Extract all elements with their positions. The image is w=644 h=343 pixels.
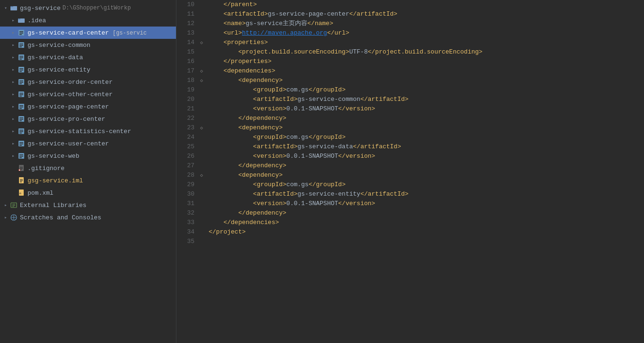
svg-rect-19 [19,71,22,72]
svg-rect-5 [19,31,23,32]
common-arrow [9,42,17,48]
fold-marker [198,95,205,104]
sidebar-item-idea[interactable]: .idea [0,14,176,27]
fold-marker[interactable] [198,123,205,133]
svg-rect-23 [19,83,22,84]
code-line: <groupId>com.gs</groupId> [209,180,644,190]
line-number: 10 [176,0,194,9]
statistics-center-label: gs-service-statistics-center [28,128,131,135]
code-line: </project> [209,227,644,237]
line-number: 34 [176,227,194,237]
code-line: <dependency> [209,76,644,85]
line-number: 33 [176,218,194,227]
fold-marker [198,218,205,227]
line-number: 11 [176,9,194,19]
sidebar-item-iml[interactable]: gsg-service.iml [0,174,176,187]
sidebar-item-statistics-center[interactable]: gs-service-statistics-center [0,125,176,137]
svg-rect-13 [19,56,23,57]
sidebar-item-card-center[interactable]: gs-service-card-center [gs-servic [0,27,176,39]
code-line: <dependency> [209,171,644,180]
svg-rect-30 [19,107,23,108]
gitignore-label: .gitignore [28,165,64,172]
line-number: 27 [176,161,194,171]
fold-marker[interactable] [198,66,205,76]
sidebar-item-scratches[interactable]: Scratches and Consoles [0,211,176,224]
sidebar-item-data[interactable]: gs-service-data [0,51,176,63]
other-arrow [9,91,17,97]
svg-rect-55 [19,177,24,183]
code-line [209,237,644,246]
code-editor: 1011121314151617181920212223242526272829… [176,0,644,343]
svg-rect-27 [19,96,22,97]
card-center-arrow [9,30,17,36]
sidebar-item-pom[interactable]: m pom.xml [0,187,176,199]
svg-rect-34 [19,119,23,120]
svg-rect-31 [19,108,22,109]
sidebar-item-user-center[interactable]: gs-service-user-center [0,137,176,150]
web-label: gs-service-web [28,153,79,160]
code-line: </properties> [209,57,644,66]
svg-rect-29 [19,105,23,106]
sidebar-item-page-center[interactable]: gs-service-page-center [0,100,176,113]
line-number: 22 [176,114,194,123]
sidebar-item-common[interactable]: gs-service-common [0,39,176,51]
pom-file-icon: m [17,190,26,196]
svg-rect-1 [10,6,13,7]
fold-marker [198,47,205,57]
code-line: </dependency> [209,208,644,218]
sidebar-item-other-center[interactable]: gs-service-other-center [0,88,176,100]
line-number: 28 [176,171,194,180]
fold-marker[interactable] [198,38,205,47]
idea-folder-icon [17,18,26,23]
stats-module-icon [17,128,26,135]
fold-marker[interactable] [198,76,205,85]
root-label: gsg-service [20,5,61,12]
line-number: 12 [176,19,194,28]
sidebar-item-order-center[interactable]: gs-service-order-center [0,76,176,88]
svg-rect-41 [19,142,23,143]
pro-center-label: gs-service-pro-center [28,116,105,123]
svg-rect-14 [19,57,23,58]
sidebar-item-gitignore[interactable]: .gitignore [0,162,176,174]
common-label: gs-service-common [28,42,91,49]
svg-rect-15 [19,59,22,60]
root-arrow [2,5,9,11]
code-line: <artifactId>gs-service-common</artifactI… [209,95,644,104]
svg-rect-21 [19,81,23,81]
sidebar-item-web[interactable]: gs-service-web [0,150,176,162]
line-number: 26 [176,152,194,161]
code-line: <artifactId>gs-service-entity</artifactI… [209,190,644,199]
svg-rect-7 [19,34,22,35]
sidebar-item-pro-center[interactable]: gs-service-pro-center [0,113,176,125]
line-number: 31 [176,199,194,208]
page-center-label: gs-service-page-center [28,103,109,110]
line-number: 13 [176,28,194,38]
pro-module-icon [17,116,26,122]
user-module-icon [17,140,26,147]
sidebar-item-external-libraries[interactable]: External Libraries [0,199,176,211]
card-center-label: gs-service-card-center [gs-servic [28,29,147,36]
code-area[interactable]: </parent> <artifactId>gs-service-page-ce… [205,0,644,343]
user-center-label: gs-service-user-center [28,140,109,147]
page-arrow [9,104,17,109]
ext-lib-label: External Libraries [20,202,86,209]
other-center-label: gs-service-other-center [28,91,112,98]
sidebar-item-entity[interactable]: gs-service-entity [0,63,176,76]
fold-marker [198,180,205,190]
svg-rect-18 [19,70,23,71]
line-number: 24 [176,133,194,142]
line-number: 17 [176,66,194,76]
tree-root[interactable]: gsg-service D:\GShopper\gitWorkp [0,2,176,14]
fold-marker [198,152,205,161]
fold-marker[interactable] [198,171,205,180]
code-line: </dependency> [209,114,644,123]
svg-rect-17 [19,68,23,69]
gitignore-icon [17,165,26,172]
line-number: 20 [176,95,194,104]
svg-text:m: m [19,191,21,195]
web-arrow [9,153,17,159]
code-line: <dependencies> [209,66,644,76]
code-line: <groupId>com.gs</groupId> [209,85,644,95]
common-module-icon [17,42,26,48]
entity-label: gs-service-entity [28,66,91,73]
